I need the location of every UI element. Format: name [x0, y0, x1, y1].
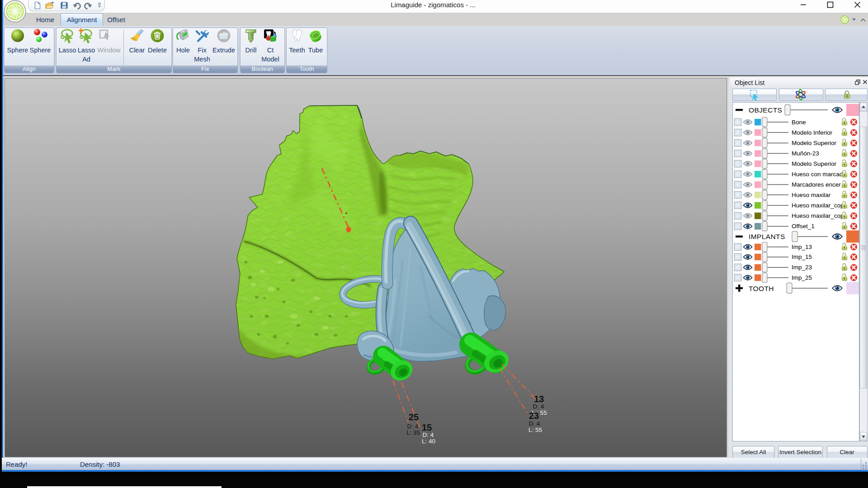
svg-text:23: 23 [529, 411, 539, 421]
svg-text:15: 15 [422, 422, 432, 432]
svg-text:Imp_25: Imp_25 [792, 274, 812, 281]
svg-text:L: 40: L: 40 [422, 438, 435, 445]
svg-text:D: 4: D: 4 [407, 423, 419, 430]
svg-text:TOOTH: TOOTH [749, 285, 774, 292]
svg-text:Imp_13: Imp_13 [792, 244, 812, 250]
svg-text:Bone: Bone [792, 119, 806, 126]
svg-text:Marcadores encer: Marcadores encer [792, 181, 841, 188]
svg-text:Offset_1: Offset_1 [792, 223, 815, 230]
svg-text:L: 55: L: 55 [528, 427, 542, 433]
svg-text:OBJECTS: OBJECTS [749, 106, 782, 114]
svg-text:Imp_15: Imp_15 [792, 253, 812, 260]
svg-text:Modelo Superior: Modelo Superior [792, 140, 837, 146]
svg-text:Muñón-23: Muñón-23 [792, 150, 819, 157]
svg-text:IMPLANTS: IMPLANTS [749, 233, 785, 240]
svg-text:D: 4: D: 4 [423, 432, 434, 438]
svg-text:Hueso maxilar: Hueso maxilar [792, 192, 831, 198]
svg-text:Hueso maxilar_cop: Hueso maxilar_cop [792, 212, 844, 219]
svg-text:Hueso con marcad: Hueso con marcad [792, 171, 843, 178]
svg-text:Modelo Superior: Modelo Superior [792, 160, 837, 167]
svg-text:D: 4: D: 4 [529, 420, 540, 427]
svg-text:13: 13 [534, 394, 544, 404]
svg-text:Modelo Inferior: Modelo Inferior [792, 129, 833, 136]
svg-text:Imp_23: Imp_23 [792, 264, 812, 271]
svg-text:D: 4: D: 4 [533, 403, 544, 410]
svg-text:25: 25 [409, 412, 419, 422]
svg-text:L: 35: L: 35 [406, 429, 420, 436]
svg-text:Hueso maxilar_cop: Hueso maxilar_cop [792, 202, 844, 209]
